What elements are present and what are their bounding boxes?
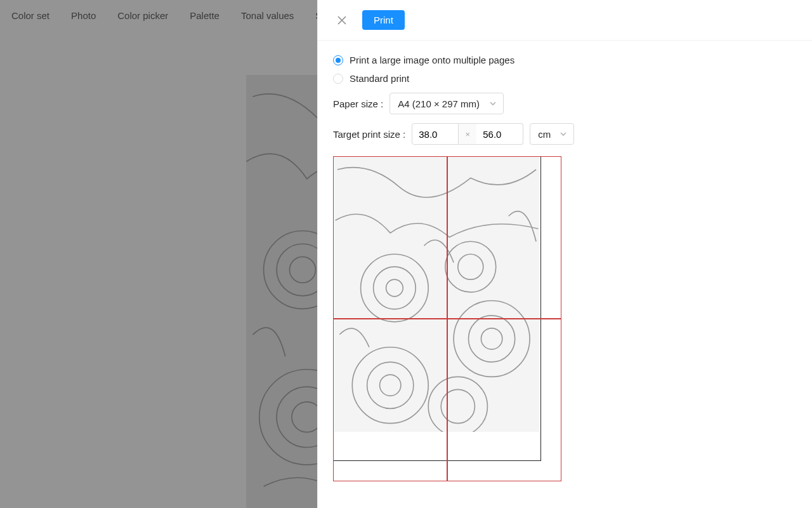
paper-size-label: Paper size : xyxy=(333,98,383,109)
preview-tile[interactable] xyxy=(447,156,561,319)
times-separator: × xyxy=(459,123,476,145)
chevron-down-icon xyxy=(489,98,497,109)
width-input[interactable] xyxy=(412,123,459,145)
chevron-down-icon xyxy=(560,129,567,140)
modal-header: Print xyxy=(318,0,812,41)
radio-icon-unchecked xyxy=(333,74,343,84)
print-modal: Print Print a large image onto multiple … xyxy=(317,0,812,508)
radio-label: Print a large image onto multiple pages xyxy=(350,55,514,65)
radio-option-standard[interactable]: Standard print xyxy=(333,73,797,84)
preview-tile[interactable] xyxy=(333,319,447,481)
height-input[interactable] xyxy=(476,123,523,145)
preview-tile[interactable] xyxy=(333,156,447,319)
preview-tile[interactable] xyxy=(447,319,561,481)
close-icon[interactable] xyxy=(333,11,351,29)
radio-label: Standard print xyxy=(350,73,409,84)
paper-size-select[interactable]: A4 (210 × 297 mm) xyxy=(390,93,504,114)
select-value: A4 (210 × 297 mm) xyxy=(398,98,480,109)
target-size-row: Target print size : × cm xyxy=(333,123,797,145)
select-value: cm xyxy=(538,129,551,140)
print-preview xyxy=(333,156,563,481)
print-button[interactable]: Print xyxy=(362,10,405,30)
radio-icon-checked xyxy=(333,55,343,65)
paper-size-row: Paper size : A4 (210 × 297 mm) xyxy=(333,93,797,114)
unit-select[interactable]: cm xyxy=(530,123,574,145)
target-size-label: Target print size : xyxy=(333,129,405,140)
radio-option-multipage[interactable]: Print a large image onto multiple pages xyxy=(333,55,797,65)
modal-body: Print a large image onto multiple pages … xyxy=(318,41,812,495)
